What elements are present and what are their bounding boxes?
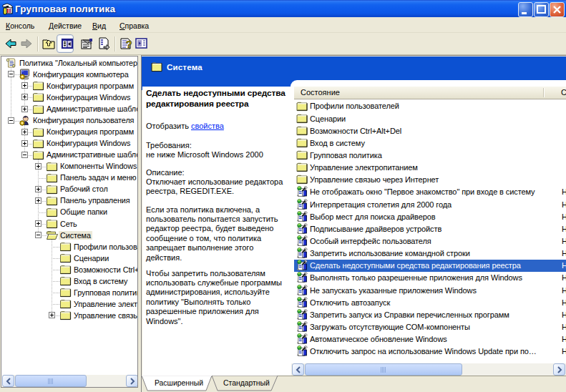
svg-text:?: ? xyxy=(126,39,132,50)
